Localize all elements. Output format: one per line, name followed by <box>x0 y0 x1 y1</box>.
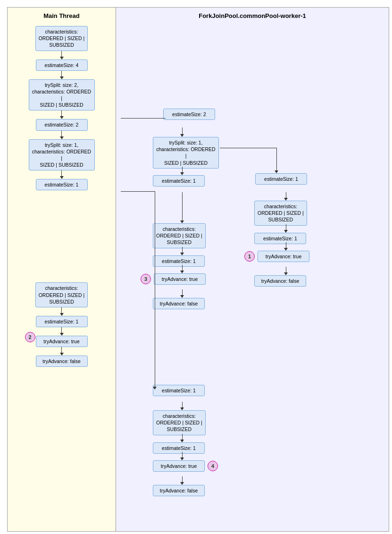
fp-bv1 <box>182 402 183 407</box>
fp-node-estimate2: estimateSize: 2 <box>163 109 215 120</box>
arrow-1 <box>60 51 64 59</box>
mt-node-5: trySplit: size: 1,characteristics: ORDER… <box>29 139 95 171</box>
fp-node-tryadv-false-1: tryAdvance: false <box>254 275 306 287</box>
fp-lv4 <box>182 265 183 271</box>
arrow-2 <box>60 71 64 79</box>
arrow-3 <box>60 110 64 119</box>
fp-node-char-right: characteristics:ORDERED | SIZED |SUBSIZE… <box>254 201 307 226</box>
main-thread-title: Main Thread <box>12 12 111 19</box>
fp-connector-2v <box>155 191 155 387</box>
fp-connector-1 <box>121 118 166 119</box>
mt-node-1: characteristics:ORDERED | SIZED |SUBSIZE… <box>35 26 88 51</box>
fp-av3 <box>286 224 286 230</box>
fp-node-es3-left: estimateSize: 1 <box>153 175 205 186</box>
badge-2: 2 <box>25 332 35 342</box>
fp-node-char-bot: characteristics:ORDERED | SIZED |SUBSIZE… <box>153 410 206 435</box>
arrow-7 <box>60 307 64 316</box>
mt-node-2: estimateSize: 4 <box>36 59 88 71</box>
fp-av2 <box>286 192 286 198</box>
mt-node-6: estimateSize: 1 <box>36 179 88 190</box>
fp-vline-1 <box>276 148 277 170</box>
fp-badge3-row: 3 tryAdvance: true <box>141 273 206 285</box>
fp-bv3 <box>182 452 183 458</box>
fp-lv3 <box>182 247 183 253</box>
fp-hline-1 <box>220 148 276 148</box>
arrow-9 <box>60 347 64 356</box>
fp-node-trysplit1: trySplit: size: 1,characteristics: ORDER… <box>153 137 219 169</box>
fp-node-tryadv-true-4: tryAdvance: true <box>153 460 205 472</box>
fp-node-es6-bot: estimateSize: 1 <box>153 442 205 454</box>
fp-bv4 <box>182 476 183 482</box>
fp-node-tryadv-false-3: tryAdvance: false <box>153 298 205 309</box>
fp-lv5 <box>182 289 183 295</box>
fp-connector-2ah <box>153 387 157 390</box>
fork-pool-title: ForkJoinPool.commonPool-worker-1 <box>121 12 384 19</box>
fp-lv2 <box>182 192 183 220</box>
fp-node-es5-bot: estimateSize: 1 <box>153 385 205 396</box>
fp-av4 <box>286 242 286 248</box>
fp-bv2 <box>182 434 183 440</box>
arrow-4 <box>60 131 64 139</box>
fp-connector-2 <box>121 191 155 192</box>
fp-node-es4-mid: estimateSize: 1 <box>153 255 205 267</box>
mt-node-8: estimateSize: 1 <box>36 316 88 327</box>
fp-arrow-v1 <box>182 127 183 134</box>
main-container: Main Thread characteristics:ORDERED | SI… <box>7 7 389 532</box>
fork-pool-panel: ForkJoinPool.commonPool-worker-1 estimat… <box>116 8 389 531</box>
mt-node-7: characteristics:ORDERED | SIZED |SUBSIZE… <box>35 282 88 307</box>
fp-av5 <box>286 267 286 272</box>
mt-node-9: tryAdvance: true <box>36 336 88 347</box>
main-thread-panel: Main Thread characteristics:ORDERED | SI… <box>8 8 116 531</box>
fp-badge4-row: tryAdvance: true 4 <box>153 460 218 472</box>
fp-lv1 <box>182 167 183 172</box>
arrow-8 <box>60 327 64 336</box>
fp-node-tryadv-true-3: tryAdvance: true <box>154 273 206 285</box>
mt-node-10: tryAdvance: false <box>36 356 88 367</box>
main-thread-flow: characteristics:ORDERED | SIZED |SUBSIZE… <box>12 26 111 367</box>
fp-badge1-row: 1 tryAdvance: true <box>244 251 309 262</box>
mt-node-3: trySplit: size: 2,characteristics: ORDER… <box>29 79 95 111</box>
fp-node-es1-right: estimateSize: 1 <box>255 173 307 185</box>
badge-3: 3 <box>141 274 151 284</box>
arrow-5 <box>60 170 64 179</box>
fp-node-char-mid: characteristics:ORDERED | SIZED |SUBSIZE… <box>153 223 206 248</box>
fp-node-tryadv-true-1: tryAdvance: true <box>258 251 309 262</box>
badge-4: 4 <box>208 461 218 471</box>
fp-node-tryadv-false-4: tryAdvance: false <box>153 485 205 496</box>
fp-node-es2-right: estimateSize: 1 <box>254 233 306 244</box>
badge-1: 1 <box>244 251 255 262</box>
mt-node-4: estimateSize: 2 <box>36 119 88 130</box>
